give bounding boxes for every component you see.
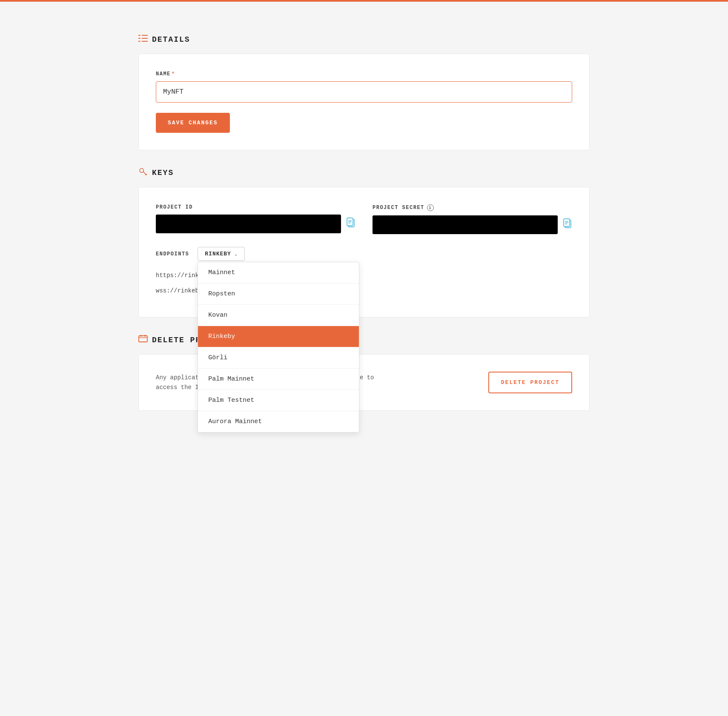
dropdown-option-kovan[interactable]: Kovan xyxy=(198,305,359,326)
project-secret-value xyxy=(373,215,558,234)
details-icon xyxy=(138,34,148,45)
project-id-copy-icon[interactable] xyxy=(346,218,355,230)
dropdown-option-palm-testnet[interactable]: Palm Testnet xyxy=(198,390,359,411)
delete-project-button[interactable]: DELETE PROJECT xyxy=(488,372,572,393)
svg-rect-1 xyxy=(138,38,140,39)
svg-rect-3 xyxy=(142,35,148,36)
endpoints-dropdown-container: RINKEBY ⌄ Mainnet Ropsten Kovan Rinkeby … xyxy=(198,247,245,261)
chevron-down-icon: ⌄ xyxy=(235,252,238,257)
dropdown-option-rinkeby[interactable]: Rinkeby xyxy=(198,326,359,347)
dropdown-option-mainnet[interactable]: Mainnet xyxy=(198,262,359,284)
endpoints-dropdown-menu: Mainnet Ropsten Kovan Rinkeby Görli Palm… xyxy=(198,262,359,432)
save-changes-button[interactable]: SAVE CHANGES xyxy=(156,113,230,133)
dropdown-option-aurora-mainnet[interactable]: Aurora Mainnet xyxy=(198,411,359,432)
project-secret-field: PROJECT SECRET i xyxy=(373,204,572,234)
svg-rect-24 xyxy=(139,336,147,342)
svg-rect-26 xyxy=(140,335,142,337)
svg-line-7 xyxy=(143,172,146,175)
dropdown-option-gorli[interactable]: Görli xyxy=(198,347,359,369)
project-id-field: PROJECT ID xyxy=(156,204,355,234)
project-secret-label: PROJECT SECRET i xyxy=(373,204,572,211)
selected-endpoint-label: RINKEBY xyxy=(205,251,231,257)
details-title: DETAILS xyxy=(152,35,190,44)
top-accent-bar xyxy=(0,0,728,2)
project-id-value xyxy=(156,215,341,233)
project-id-row xyxy=(156,215,355,233)
svg-rect-2 xyxy=(138,41,140,42)
delete-section-icon xyxy=(138,335,148,346)
keys-section-header: KEYS xyxy=(138,167,590,178)
svg-rect-27 xyxy=(144,335,146,337)
svg-rect-4 xyxy=(142,38,148,39)
keys-card: PROJECT ID xyxy=(138,187,590,318)
name-input[interactable] xyxy=(156,81,572,103)
required-star: * xyxy=(172,71,175,77)
dropdown-option-palm-mainnet[interactable]: Palm Mainnet xyxy=(198,369,359,390)
details-section-header: DETAILS xyxy=(138,34,590,45)
keys-title: KEYS xyxy=(152,169,174,177)
svg-rect-5 xyxy=(142,41,148,42)
svg-rect-0 xyxy=(138,35,140,36)
keys-icon xyxy=(138,167,148,178)
endpoints-dropdown-button[interactable]: RINKEBY ⌄ xyxy=(198,247,245,261)
keys-grid: PROJECT ID xyxy=(156,204,572,234)
info-icon[interactable]: i xyxy=(427,204,434,211)
name-field-label: NAME* xyxy=(156,71,572,77)
endpoints-row: ENDPOINTS RINKEBY ⌄ Mainnet Ropsten Kova… xyxy=(156,247,572,261)
project-id-label: PROJECT ID xyxy=(156,204,355,210)
project-secret-copy-icon[interactable] xyxy=(563,218,572,231)
endpoints-label: ENDPOINTS xyxy=(156,251,189,257)
details-card: NAME* SAVE CHANGES xyxy=(138,54,590,150)
dropdown-option-ropsten[interactable]: Ropsten xyxy=(198,284,359,305)
project-secret-row xyxy=(373,215,572,234)
